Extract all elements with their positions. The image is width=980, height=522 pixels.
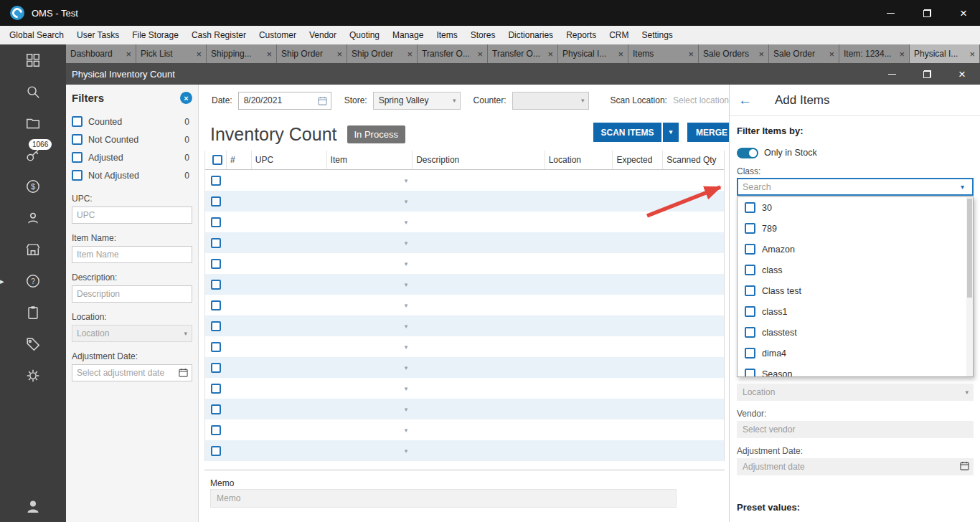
class-option-checkbox[interactable] (745, 223, 755, 234)
counter-select[interactable]: ▾ (512, 92, 589, 110)
filters-clear-icon[interactable]: × (180, 92, 192, 104)
menu-item[interactable]: Customer (253, 30, 303, 40)
minimize-button[interactable] (887, 13, 895, 14)
tab[interactable]: Dashboard × (66, 44, 136, 63)
merge-items-button[interactable]: MERGE I (687, 123, 729, 142)
chevron-down-icon[interactable]: ▾ (405, 406, 408, 413)
row-checkbox[interactable] (211, 238, 221, 248)
table-row[interactable]: ▾ (205, 440, 724, 461)
table-row[interactable]: ▾ (205, 253, 724, 274)
table-row[interactable]: ▾ (205, 336, 724, 357)
tab-close-icon[interactable]: × (899, 49, 905, 60)
tab-close-icon[interactable]: × (618, 49, 623, 60)
chevron-down-icon[interactable]: ▾ (405, 260, 408, 267)
table-row[interactable]: ▾ (205, 170, 724, 191)
table-row[interactable]: ▾ (205, 274, 724, 295)
table-row[interactable]: ▾ (205, 315, 724, 336)
column-header-upc[interactable]: UPC (252, 151, 327, 169)
menu-item[interactable]: Reports (560, 30, 603, 40)
checkbox[interactable] (72, 134, 83, 145)
tab-close-icon[interactable]: × (196, 49, 202, 60)
row-checkbox[interactable] (211, 342, 221, 352)
sidebar-expander-icon[interactable]: ▸ (0, 275, 4, 287)
tab[interactable]: Transfer O... × (488, 44, 558, 63)
contact-icon[interactable] (0, 210, 66, 226)
row-checkbox[interactable] (211, 196, 221, 207)
tab[interactable]: Items × (628, 44, 699, 63)
table-row[interactable]: ▾ (205, 295, 724, 315)
class-option-checkbox[interactable] (745, 244, 755, 255)
only-in-stock-toggle[interactable] (737, 148, 758, 158)
menu-item[interactable]: CRM (603, 30, 635, 40)
tab-close-icon[interactable]: × (758, 49, 764, 60)
tab-close-icon[interactable]: × (688, 49, 694, 60)
tab[interactable]: Shipping... × (207, 44, 277, 63)
user-icon[interactable] (0, 498, 66, 515)
row-checkbox[interactable] (211, 280, 221, 290)
tab[interactable]: Sale Orders × (699, 44, 769, 63)
scan-location-select[interactable]: Select location (673, 95, 729, 105)
menu-item[interactable]: Quoting (343, 30, 386, 40)
location-select[interactable]: Location ▾ (72, 325, 192, 342)
chevron-down-icon[interactable]: ▾ (405, 447, 408, 455)
folder-icon[interactable] (0, 115, 66, 131)
scan-items-dropdown-button[interactable]: ▾ (663, 123, 679, 142)
checkbox[interactable] (72, 152, 83, 163)
vendor-field[interactable]: Select vendor (737, 421, 974, 438)
tab-close-icon[interactable]: × (969, 49, 975, 60)
inner-minimize-button[interactable] (888, 74, 896, 75)
column-header-expected[interactable]: Expected (613, 151, 663, 169)
gear-icon[interactable] (0, 368, 66, 384)
calendar-icon[interactable] (960, 461, 969, 473)
table-row[interactable]: ▾ (205, 357, 724, 378)
scrollbar-thumb[interactable] (967, 199, 972, 298)
class-option-checkbox[interactable] (745, 327, 755, 338)
table-row[interactable]: ▾ (205, 191, 724, 212)
header-checkbox[interactable] (212, 155, 222, 165)
menu-item[interactable]: User Tasks (70, 30, 126, 40)
class-option-checkbox[interactable] (745, 202, 755, 213)
menu-item[interactable]: Vendor (303, 30, 343, 40)
inner-restore-button[interactable] (923, 70, 931, 78)
class-option-checkbox[interactable] (745, 285, 755, 296)
menu-item[interactable]: File Storage (126, 30, 185, 40)
row-checkbox[interactable] (211, 321, 221, 331)
menu-item[interactable]: Stores (464, 30, 502, 40)
restore-button[interactable] (923, 9, 931, 17)
store-icon[interactable] (0, 242, 66, 257)
table-row[interactable]: ▾ (205, 399, 724, 419)
class-option-checkbox[interactable] (745, 369, 755, 377)
dollar-icon[interactable]: $ (0, 179, 66, 194)
table-row[interactable]: ▾ (205, 212, 724, 232)
column-header-number[interactable]: # (227, 151, 252, 169)
row-checkbox[interactable] (211, 384, 221, 394)
class-option[interactable]: Amazon (738, 239, 973, 260)
chevron-down-icon[interactable]: ▾ (405, 219, 408, 226)
inner-close-button[interactable]: × (958, 68, 966, 80)
row-checkbox[interactable] (211, 259, 221, 269)
adjustment-date-field[interactable]: Adjustment date (737, 458, 974, 475)
tab[interactable]: Pick List × (136, 44, 207, 63)
calendar-icon[interactable] (318, 96, 327, 108)
menu-item[interactable]: Cash Register (185, 30, 253, 40)
column-header-item[interactable]: Item (327, 151, 413, 169)
class-option[interactable]: Class test (738, 280, 973, 301)
class-option-checkbox[interactable] (745, 306, 755, 317)
chevron-down-icon[interactable]: ▾ (405, 385, 408, 392)
tab-close-icon[interactable]: × (477, 49, 483, 60)
class-option-checkbox[interactable] (745, 348, 755, 359)
calendar-icon[interactable] (179, 368, 188, 379)
filter-checkbox-row[interactable]: Counted 0 (72, 113, 192, 130)
menu-item[interactable]: Manage (386, 30, 430, 40)
chevron-down-icon[interactable]: ▾ (405, 427, 408, 434)
chevron-down-icon[interactable]: ▾ (405, 239, 408, 247)
class-option[interactable]: dima4 (738, 343, 973, 364)
chevron-down-icon[interactable]: ▾ (405, 364, 408, 371)
close-button[interactable]: × (960, 7, 967, 19)
chevron-down-icon[interactable]: ▾ (961, 184, 964, 191)
tab[interactable]: Physical I... × (910, 44, 980, 63)
search-icon[interactable] (0, 84, 66, 100)
row-checkbox[interactable] (211, 176, 221, 186)
column-header-scanned-qty[interactable]: Scanned Qty (663, 151, 724, 169)
chevron-down-icon[interactable]: ▾ (405, 323, 408, 330)
